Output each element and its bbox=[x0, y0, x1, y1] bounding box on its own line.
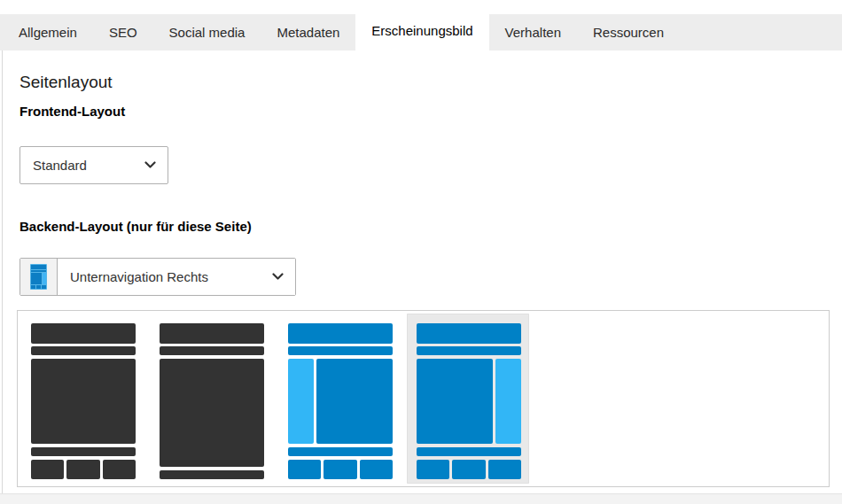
layout-option-2[interactable] bbox=[150, 314, 272, 484]
layout-option-subnav-left[interactable] bbox=[278, 314, 401, 484]
backend-layout-selected-value: Unternavigation Rechts bbox=[58, 269, 272, 284]
layout-option-subnav-right[interactable] bbox=[407, 314, 529, 484]
frontend-layout-selected-value: Standard bbox=[20, 158, 144, 173]
chevron-down-icon bbox=[272, 273, 295, 281]
frontend-layout-select[interactable]: Standard bbox=[19, 146, 168, 184]
tab-verhalten[interactable]: Verhalten bbox=[489, 14, 577, 50]
frontend-layout-label: Frontend-Layout bbox=[19, 104, 125, 119]
backend-layout-select[interactable]: Unternavigation Rechts bbox=[58, 259, 295, 295]
tab-allgemein[interactable]: Allgemein bbox=[3, 14, 93, 50]
tab-social-media[interactable]: Social media bbox=[153, 14, 261, 50]
layout-thumbnail bbox=[160, 323, 264, 479]
backend-layout-preview-icon bbox=[30, 264, 47, 290]
page-layout-section-title: Seitenlayout bbox=[19, 73, 113, 92]
tab-metadaten[interactable]: Metadaten bbox=[261, 14, 355, 50]
tab-content-panel: Seitenlayout Frontend-Layout Standard Ba… bbox=[2, 50, 842, 493]
backend-layout-label: Backend-Layout (nur für diese Seite) bbox=[19, 219, 252, 234]
tab-erscheinungsbild[interactable]: Erscheinungsbild bbox=[355, 11, 488, 50]
tab-ressourcen[interactable]: Ressourcen bbox=[577, 14, 680, 50]
backend-layout-options bbox=[17, 310, 830, 487]
layout-option-1[interactable] bbox=[21, 314, 144, 484]
backend-layout-icon-addon bbox=[20, 259, 58, 295]
layout-thumbnail bbox=[288, 323, 393, 479]
layout-thumbnail bbox=[417, 323, 521, 479]
layout-thumbnail bbox=[31, 323, 136, 479]
tab-bar: Allgemein SEO Social media Metadaten Ers… bbox=[0, 14, 842, 50]
panel-bottom-divider bbox=[0, 493, 842, 504]
backend-layout-select-group: Unternavigation Rechts bbox=[19, 258, 296, 296]
tab-seo[interactable]: SEO bbox=[93, 14, 153, 50]
chevron-down-icon bbox=[144, 161, 168, 169]
